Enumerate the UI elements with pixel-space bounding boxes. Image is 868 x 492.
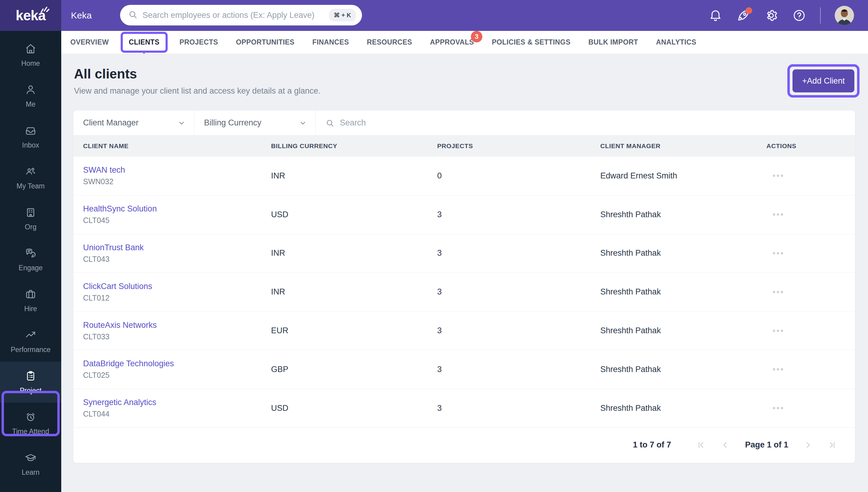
approvals-count-badge: 3 [471, 31, 483, 43]
next-page-icon[interactable] [803, 441, 813, 449]
sidebar-item-home[interactable]: Home [0, 34, 61, 75]
client-manager-cell: Shreshth Pathak [600, 248, 767, 258]
client-name-link[interactable]: ClickCart Solutions [83, 282, 271, 291]
client-name-link[interactable]: DataBridge Technologies [83, 359, 271, 368]
sidebar-item-me[interactable]: Me [0, 75, 61, 116]
row-actions-menu-icon[interactable] [772, 170, 790, 182]
sidebar-item-my-team[interactable]: My Team [0, 157, 61, 198]
sidebar-item-project[interactable]: Project [0, 362, 61, 403]
column-header-projects: Projects [437, 142, 600, 150]
sidebar-item-org[interactable]: Org [0, 198, 61, 239]
client-name-link[interactable]: HealthSync Solution [83, 204, 271, 214]
client-name-link[interactable]: Synergetic Analytics [83, 398, 271, 407]
row-actions-menu-icon[interactable] [772, 363, 790, 375]
row-actions-menu-icon[interactable] [772, 402, 790, 414]
module-tabs: OVERVIEWCLIENTSPROJECTSOPPORTUNITIESFINA… [61, 31, 868, 54]
billing-currency-cell: INR [271, 248, 437, 258]
client-manager-cell: Shreshth Pathak [600, 365, 767, 374]
projects-count-cell: 3 [437, 287, 600, 297]
tab-resources[interactable]: RESOURCES [367, 38, 412, 46]
user-icon [24, 83, 37, 97]
row-actions-menu-icon[interactable] [772, 208, 790, 221]
billing-currency-cell: USD [271, 403, 437, 413]
chevron-down-icon [299, 119, 307, 127]
team-icon [24, 165, 37, 179]
sidebar-item-learn[interactable]: Learn [0, 444, 61, 485]
client-code: CLT045 [83, 216, 271, 225]
sidebar-items: HomeMeInboxMy TeamOrgEngageHirePerforman… [0, 34, 61, 485]
tab-analytics[interactable]: ANALYTICS [656, 38, 697, 46]
sidebar-item-performance[interactable]: Performance [0, 321, 61, 362]
sidebar-item-label: Time Attend [12, 427, 49, 436]
client-manager-filter[interactable]: Client Manager [73, 110, 194, 135]
sidebar-item-engage[interactable]: Engage [0, 239, 61, 280]
client-code: CLT044 [83, 410, 271, 418]
client-name-link[interactable]: SWAN tech [83, 166, 271, 175]
billing-currency-filter-label: Billing Currency [204, 118, 261, 127]
tab-clients[interactable]: CLIENTS [121, 32, 168, 53]
app-name: Keka [71, 10, 92, 21]
sidebar-item-inbox[interactable]: Inbox [0, 116, 61, 157]
engage-icon [24, 247, 37, 261]
table-header-row: Client Name Billing Currency Projects Cl… [73, 136, 855, 157]
rocket-icon[interactable] [736, 8, 750, 22]
tab-policies-settings[interactable]: POLICIES & SETTINGS [492, 38, 570, 46]
sidebar-item-label: Learn [22, 468, 40, 476]
global-search-input[interactable] [142, 10, 329, 20]
tab-opportunities[interactable]: OPPORTUNITIES [236, 38, 295, 46]
billing-currency-cell: GBP [271, 365, 437, 374]
tab-approvals[interactable]: APPROVALS3 [430, 38, 474, 46]
topbar-actions [708, 6, 868, 25]
sidebar-item-time-attend[interactable]: Time Attend [0, 403, 61, 444]
last-page-icon[interactable] [828, 441, 837, 449]
top-bar: keka Keka ⌘ + K [0, 0, 868, 31]
client-name-link[interactable]: RouteAxis Networks [83, 321, 271, 330]
row-actions-menu-icon[interactable] [772, 286, 790, 298]
billing-currency-cell: USD [271, 210, 437, 219]
table-search[interactable] [315, 110, 855, 135]
table-row: SWAN techSWN032INR0Edward Ernest Smith [73, 157, 855, 195]
table-search-input[interactable] [340, 118, 845, 127]
tab-finances[interactable]: FINANCES [312, 38, 349, 46]
clipboard-icon [24, 370, 37, 384]
projects-count-cell: 3 [437, 210, 600, 219]
topbar-divider [820, 7, 821, 24]
add-client-button[interactable]: +Add Client [793, 69, 854, 92]
client-manager-cell: Shreshth Pathak [600, 403, 767, 413]
sidebar-nav: HomeMeInboxMy TeamOrgEngageHirePerforman… [0, 31, 61, 492]
sidebar-item-label: Me [26, 100, 36, 108]
sidebar-item-label: Org [25, 223, 37, 231]
gear-icon[interactable] [764, 8, 778, 22]
billing-currency-filter[interactable]: Billing Currency [194, 110, 315, 135]
sidebar-item-hire[interactable]: Hire [0, 280, 61, 321]
global-search[interactable]: ⌘ + K [120, 5, 362, 25]
projects-count-cell: 3 [437, 403, 600, 413]
user-avatar[interactable] [835, 6, 854, 25]
projects-count-cell: 3 [437, 248, 600, 258]
row-actions-menu-icon[interactable] [772, 247, 790, 259]
tab-overview[interactable]: OVERVIEW [70, 38, 109, 46]
home-icon [24, 43, 37, 56]
tab-projects[interactable]: PROJECTS [180, 38, 218, 46]
page-subtitle: View and manage your client list and acc… [74, 87, 321, 96]
client-manager-cell: Edward Ernest Smith [600, 171, 767, 180]
column-header-client-manager: Client Manager [600, 142, 767, 150]
page-title: All clients [74, 66, 137, 81]
keka-logo-spark-icon [40, 5, 50, 15]
keka-logo[interactable]: keka [0, 0, 61, 31]
prev-page-icon[interactable] [721, 441, 730, 449]
client-name-link[interactable]: UnionTrust Bank [83, 243, 271, 252]
chevron-down-icon [178, 119, 186, 127]
tab-bulk-import[interactable]: BULK IMPORT [588, 38, 638, 46]
client-manager-cell: Shreshth Pathak [600, 326, 767, 335]
clients-table-card: Client Manager Billing Currency Client N… [73, 110, 855, 463]
billing-currency-cell: INR [271, 287, 437, 297]
help-icon[interactable] [792, 8, 806, 22]
bell-icon[interactable] [708, 8, 723, 22]
first-page-icon[interactable] [697, 441, 705, 449]
table-row: DataBridge TechnologiesCLT025GBP3Shresht… [73, 350, 855, 389]
row-actions-menu-icon[interactable] [772, 325, 790, 337]
client-code: SWN032 [83, 177, 271, 186]
pagination-bar: 1 to 7 of 7 Page 1 of 1 [73, 428, 855, 462]
search-icon [128, 10, 138, 21]
